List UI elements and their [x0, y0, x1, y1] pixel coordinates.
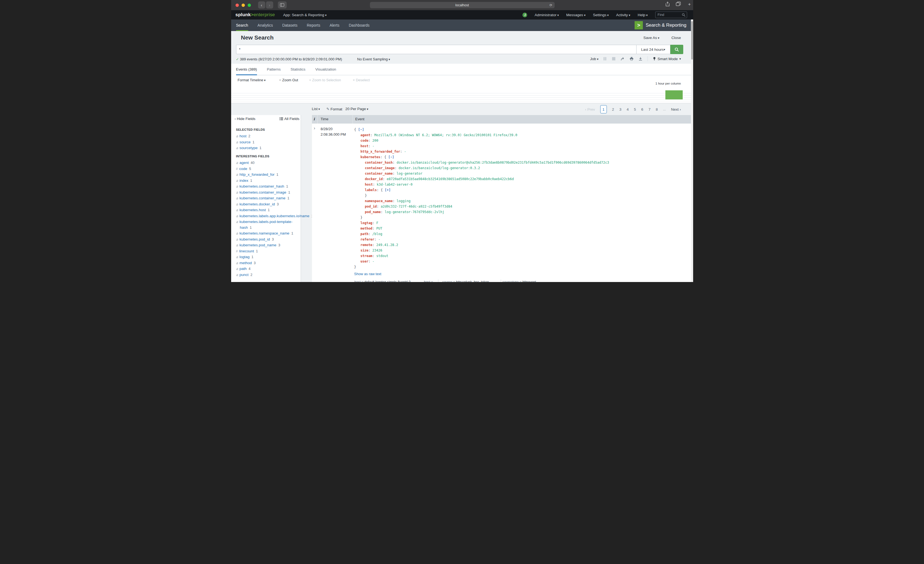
menu-activity[interactable]: Activity	[616, 13, 630, 17]
page-scrollbar[interactable]	[691, 19, 693, 282]
minimize-window-button[interactable]	[242, 4, 245, 7]
hide-fields-link[interactable]: Hide Fields	[235, 117, 256, 121]
field-item-linecount[interactable]: #linecount1	[236, 248, 298, 254]
nav-tab-analytics[interactable]: Analytics	[258, 19, 273, 31]
app-menu[interactable]: App: Search & Reporting	[283, 13, 327, 17]
json-toggle[interactable]: [-]	[388, 155, 394, 159]
field-item-sourcetype[interactable]: asourcetype1	[236, 145, 298, 151]
zoom-out-button[interactable]: Zoom Out	[279, 78, 298, 82]
tabs-overview-icon[interactable]	[676, 1, 681, 7]
reload-icon[interactable]: ⟳	[549, 3, 552, 7]
new-tab-icon[interactable]: +	[688, 1, 691, 7]
event-column-header: Event	[356, 117, 364, 121]
app-badge[interactable]: > Search & Reporting	[634, 21, 686, 29]
field-item-kubernetes.host[interactable]: akubernetes.host1	[236, 207, 298, 213]
field-item-kubernetes.container_image[interactable]: akubernetes.container_image1	[236, 190, 298, 196]
back-button[interactable]: ‹	[258, 1, 265, 9]
menu-help[interactable]: Help	[638, 13, 648, 17]
show-raw-text-link[interactable]: Show as raw text	[354, 272, 381, 276]
event-sampling-menu[interactable]: No Event Sampling	[357, 57, 390, 61]
zoom-window-button[interactable]	[248, 4, 251, 7]
tab-statistics[interactable]: Statistics	[291, 64, 305, 75]
page-8-button[interactable]: 8	[656, 107, 658, 111]
page-2-button[interactable]: 2	[612, 107, 614, 111]
field-item-source[interactable]: asource1	[236, 139, 298, 145]
all-fields-link[interactable]: All Fields	[279, 117, 300, 121]
deselect-button[interactable]: Deselect	[353, 78, 370, 82]
time-range-picker[interactable]: Last 24 hours	[636, 45, 670, 54]
field-item-logtag[interactable]: alogtag1	[236, 254, 298, 260]
tab-patterns[interactable]: Patterns	[267, 64, 280, 75]
field-item-kubernetes.pod_name[interactable]: akubernetes.pod_name3	[236, 242, 298, 248]
nav-tab-dashboards[interactable]: Dashboards	[349, 19, 370, 31]
field-item-path[interactable]: apath4	[236, 266, 298, 272]
tab-events-[interactable]: Events (389)	[236, 64, 257, 75]
address-bar[interactable]: localhost ⟳	[370, 2, 555, 8]
footer-field-host[interactable]: host = default-logging-simple-fluentd-0	[354, 280, 411, 282]
next-page-button[interactable]: Next	[671, 107, 681, 111]
sidebar-toggle-button[interactable]	[278, 1, 286, 9]
format-button[interactable]: Format	[327, 107, 342, 111]
page-7-button[interactable]: 7	[648, 107, 651, 111]
menu-administrator[interactable]: Administrator	[534, 13, 559, 17]
page-6-button[interactable]: 6	[641, 107, 644, 111]
share-job-icon[interactable]	[621, 57, 624, 61]
page-5-button[interactable]: 5	[634, 107, 636, 111]
footer-field-source[interactable]: source = http:splunk_hec_token	[442, 280, 489, 282]
time-column-header[interactable]: Time	[321, 117, 328, 121]
page-4-button[interactable]: 4	[627, 107, 629, 111]
expand-event-chevron[interactable]: ›	[314, 126, 315, 131]
list-view-menu[interactable]: List	[312, 107, 320, 111]
field-item-kubernetes.docker_id[interactable]: akubernetes.docker_id3	[236, 201, 298, 207]
json-toggle[interactable]: [-]	[358, 128, 364, 132]
pause-icon[interactable]	[603, 57, 607, 60]
share-icon[interactable]	[665, 1, 670, 8]
zoom-to-selection-button[interactable]: Zoom to Selection	[309, 78, 341, 82]
download-icon[interactable]	[639, 57, 642, 61]
splunk-logo[interactable]: splunk>enterprise	[236, 12, 275, 18]
search-query-input[interactable]	[236, 45, 636, 54]
menu-messages[interactable]: Messages	[566, 13, 585, 17]
json-line: }	[354, 264, 609, 270]
nav-tab-datasets[interactable]: Datasets	[282, 19, 297, 31]
field-item-punct[interactable]: apunct2	[236, 272, 298, 278]
field-item-kubernetes.labels.pod-template-hash[interactable]: akubernetes.labels.pod-template-hash1	[236, 219, 298, 230]
footer-field-sourcetype[interactable]: sourcetype = httpevent	[502, 280, 536, 282]
field-item-index[interactable]: aindex1	[236, 178, 298, 184]
field-item-kubernetes.container_name[interactable]: akubernetes.container_name1	[236, 195, 298, 201]
field-item-agent[interactable]: aagent40	[236, 160, 298, 166]
nav-tab-reports[interactable]: Reports	[307, 19, 320, 31]
field-item-method[interactable]: amethod3	[236, 260, 298, 266]
nav-tab-search[interactable]: Search	[236, 19, 248, 31]
json-toggle[interactable]: [+]	[385, 188, 391, 192]
page-1-button[interactable]: 1	[600, 105, 607, 114]
field-item-kubernetes.pod_id[interactable]: akubernetes.pod_id3	[236, 236, 298, 242]
job-menu[interactable]: Job	[590, 57, 598, 61]
field-item-kubernetes.namespace_name[interactable]: akubernetes.namespace_name1	[236, 230, 298, 236]
field-item-kubernetes.container_hash[interactable]: akubernetes.container_hash1	[236, 183, 298, 190]
print-icon[interactable]	[630, 57, 633, 61]
close-window-button[interactable]	[236, 4, 239, 7]
smart-mode-menu[interactable]: Smart Mode	[653, 57, 681, 61]
stop-icon[interactable]	[612, 57, 615, 60]
event-timeline-chart[interactable]	[231, 88, 691, 103]
field-item-host[interactable]: ahost2	[236, 133, 298, 139]
field-item-http_x_forwarded_for[interactable]: ahttp_x_forwarded_for1	[236, 172, 298, 178]
close-button[interactable]: Close	[671, 36, 681, 40]
nav-tab-alerts[interactable]: Alerts	[330, 19, 339, 31]
search-button[interactable]	[670, 45, 683, 54]
timeline-bar[interactable]	[665, 90, 683, 99]
tab-visualization[interactable]: Visualization	[315, 64, 336, 75]
info-icon[interactable]: i	[522, 13, 527, 17]
scrollbar-thumb[interactable]	[691, 21, 693, 60]
page-3-button[interactable]: 3	[619, 107, 621, 111]
field-item-code[interactable]: #code5	[236, 166, 298, 172]
per-page-menu[interactable]: 20 Per Page	[345, 107, 369, 111]
format-timeline-menu[interactable]: Format Timeline	[238, 78, 266, 82]
field-name: punct	[239, 273, 249, 277]
field-item-kubernetes.labels.app.kubernetes.io/name[interactable]: akubernetes.labels.app.kubernetes.io/nam…	[236, 213, 298, 219]
menu-settings[interactable]: Settings	[593, 13, 609, 17]
footer-field-host[interactable]: host =	[424, 280, 433, 282]
save-as-button[interactable]: Save As	[644, 36, 659, 40]
forward-button[interactable]: ›	[266, 1, 273, 9]
